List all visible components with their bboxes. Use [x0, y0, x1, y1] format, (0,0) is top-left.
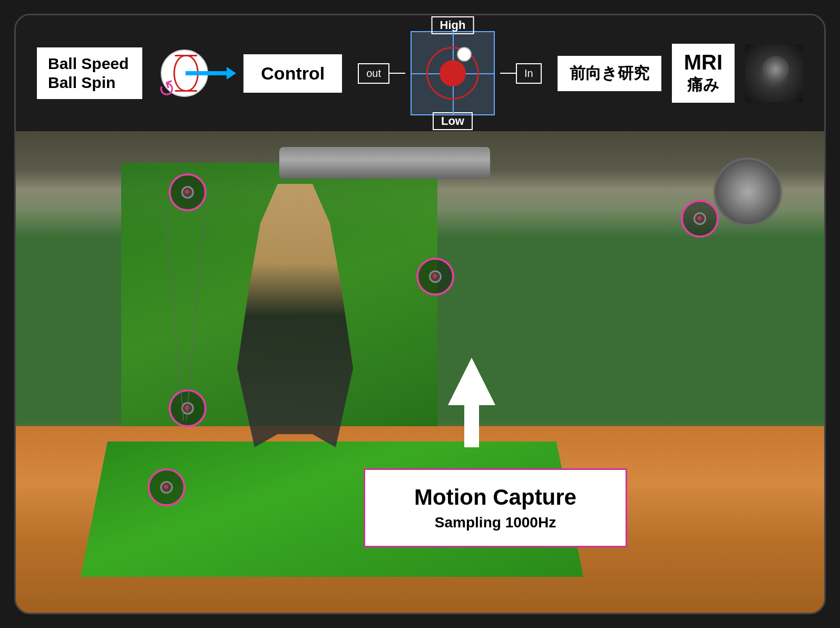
main-container: Ball Speed Ball Spin ↺ Control out [14, 14, 826, 614]
maemuki-label: 前向き研究 [570, 64, 649, 82]
mri-scan-image [745, 44, 803, 102]
arrow-head-icon [448, 358, 495, 405]
fan-turbine [714, 158, 782, 226]
high-label: High [432, 16, 474, 34]
low-label: Low [433, 112, 473, 130]
mri-subtitle: 痛み [684, 74, 722, 96]
out-line [389, 73, 405, 74]
control-label: Control [261, 63, 325, 83]
motion-capture-subtitle: Sampling 1000Hz [384, 514, 607, 531]
camera-circle-3 [416, 258, 454, 296]
mri-text-box: MRI 痛み [672, 44, 735, 103]
in-label: In [516, 63, 542, 84]
arrow-shaft [464, 405, 479, 447]
ball-spin-label: Ball Spin [48, 73, 131, 92]
target-diagram: High Low [411, 31, 495, 115]
duct [279, 147, 490, 179]
camera-dot-4 [160, 481, 173, 494]
mri-title: MRI [684, 51, 722, 74]
arrow-right-icon [185, 71, 228, 75]
ball-small [457, 47, 472, 62]
motion-capture-box: Motion Capture Sampling 1000Hz [364, 468, 627, 547]
person-body [237, 184, 353, 447]
out-target-group: out High Low In [358, 31, 542, 115]
photo-area: Motion Capture Sampling 1000Hz [16, 131, 824, 614]
upward-arrow-group [448, 358, 495, 447]
camera-dot-1 [181, 186, 194, 199]
camera-circle-4 [148, 468, 185, 506]
control-box: Control [243, 54, 342, 93]
person-silhouette [237, 184, 353, 447]
ball-speed-label: Ball Speed [48, 54, 131, 73]
camera-circle-5 [681, 200, 719, 238]
maemuki-box: 前向き研究 [558, 56, 661, 91]
top-bar: Ball Speed Ball Spin ↺ Control out [16, 15, 824, 131]
ball-speed-box: Ball Speed Ball Spin [37, 47, 142, 99]
camera-dot-5 [694, 212, 706, 225]
mri-scan-inner [745, 44, 803, 102]
bullseye-inner [439, 60, 466, 86]
mri-scan-highlight [763, 56, 789, 82]
camera-circle-1 [169, 173, 207, 211]
in-line [500, 73, 516, 74]
mri-section: 前向き研究 MRI 痛み [558, 44, 803, 103]
out-label: out [358, 63, 389, 84]
motion-capture-title: Motion Capture [384, 485, 607, 510]
baseball-icon: ↺ [158, 44, 170, 102]
camera-dot-3 [429, 270, 442, 283]
